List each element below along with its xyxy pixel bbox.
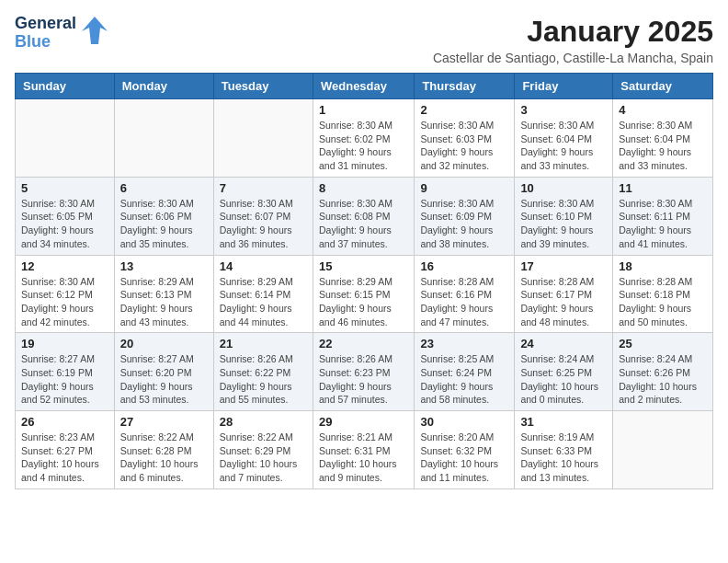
day-number: 28 [220, 415, 307, 429]
day-info: Sunrise: 8:30 AM Sunset: 6:04 PM Dayligh… [520, 119, 607, 173]
calendar-day-cell [114, 99, 213, 178]
calendar-day-cell: 15Sunrise: 8:29 AM Sunset: 6:15 PM Dayli… [313, 255, 414, 333]
calendar-week-row: 12Sunrise: 8:30 AM Sunset: 6:12 PM Dayli… [16, 255, 713, 333]
day-number: 23 [420, 337, 508, 350]
day-number: 17 [520, 259, 607, 273]
calendar-day-cell: 14Sunrise: 8:29 AM Sunset: 6:14 PM Dayli… [213, 255, 313, 333]
day-info: Sunrise: 8:30 AM Sunset: 6:03 PM Dayligh… [420, 119, 508, 173]
calendar-day-cell: 27Sunrise: 8:22 AM Sunset: 6:28 PM Dayli… [114, 411, 213, 489]
page-header: General Blue January 2025 Castellar de S… [15, 15, 713, 65]
day-info: Sunrise: 8:28 AM Sunset: 6:18 PM Dayligh… [619, 275, 707, 329]
logo-blue: Blue [15, 33, 76, 52]
calendar-day-cell: 6Sunrise: 8:30 AM Sunset: 6:06 PM Daylig… [114, 177, 213, 255]
day-number: 31 [520, 415, 607, 429]
day-number: 11 [619, 181, 707, 195]
day-number: 29 [319, 415, 408, 429]
day-of-week-header: Wednesday [313, 74, 414, 99]
day-info: Sunrise: 8:28 AM Sunset: 6:17 PM Dayligh… [520, 275, 607, 329]
day-info: Sunrise: 8:21 AM Sunset: 6:31 PM Dayligh… [319, 431, 408, 485]
day-info: Sunrise: 8:24 AM Sunset: 6:25 PM Dayligh… [520, 352, 607, 407]
day-info: Sunrise: 8:22 AM Sunset: 6:29 PM Dayligh… [220, 431, 307, 485]
day-number: 1 [319, 103, 408, 117]
day-number: 8 [319, 181, 408, 195]
calendar-day-cell: 1Sunrise: 8:30 AM Sunset: 6:02 PM Daylig… [313, 99, 414, 178]
day-info: Sunrise: 8:20 AM Sunset: 6:32 PM Dayligh… [420, 431, 508, 485]
day-info: Sunrise: 8:30 AM Sunset: 6:06 PM Dayligh… [120, 197, 208, 251]
day-of-week-header: Sunday [16, 74, 115, 99]
day-of-week-header: Friday [515, 74, 613, 99]
calendar-day-cell: 4Sunrise: 8:30 AM Sunset: 6:04 PM Daylig… [613, 99, 713, 178]
calendar-day-cell: 20Sunrise: 8:27 AM Sunset: 6:20 PM Dayli… [114, 333, 213, 411]
calendar-day-cell: 8Sunrise: 8:30 AM Sunset: 6:08 PM Daylig… [313, 177, 414, 255]
calendar-week-row: 26Sunrise: 8:23 AM Sunset: 6:27 PM Dayli… [16, 411, 713, 489]
calendar-day-cell: 2Sunrise: 8:30 AM Sunset: 6:03 PM Daylig… [415, 99, 515, 178]
day-info: Sunrise: 8:29 AM Sunset: 6:14 PM Dayligh… [220, 275, 307, 329]
calendar-day-cell: 22Sunrise: 8:26 AM Sunset: 6:23 PM Dayli… [313, 333, 414, 411]
day-number: 24 [520, 337, 607, 350]
day-number: 4 [619, 103, 707, 117]
day-number: 10 [520, 181, 607, 195]
day-info: Sunrise: 8:24 AM Sunset: 6:26 PM Dayligh… [619, 352, 707, 407]
calendar-day-cell: 18Sunrise: 8:28 AM Sunset: 6:18 PM Dayli… [613, 255, 713, 333]
calendar-day-cell: 19Sunrise: 8:27 AM Sunset: 6:19 PM Dayli… [16, 333, 115, 411]
day-info: Sunrise: 8:30 AM Sunset: 6:02 PM Dayligh… [319, 119, 408, 173]
day-number: 16 [420, 259, 508, 273]
day-number: 9 [420, 181, 508, 195]
calendar-week-row: 5Sunrise: 8:30 AM Sunset: 6:05 PM Daylig… [16, 177, 713, 255]
day-info: Sunrise: 8:26 AM Sunset: 6:22 PM Dayligh… [220, 352, 307, 407]
day-info: Sunrise: 8:28 AM Sunset: 6:16 PM Dayligh… [420, 275, 508, 329]
day-info: Sunrise: 8:29 AM Sunset: 6:13 PM Dayligh… [120, 275, 208, 329]
day-info: Sunrise: 8:27 AM Sunset: 6:20 PM Dayligh… [120, 352, 208, 407]
calendar-day-cell: 10Sunrise: 8:30 AM Sunset: 6:10 PM Dayli… [515, 177, 613, 255]
calendar-day-cell: 11Sunrise: 8:30 AM Sunset: 6:11 PM Dayli… [613, 177, 713, 255]
calendar-day-cell [16, 99, 115, 178]
day-info: Sunrise: 8:23 AM Sunset: 6:27 PM Dayligh… [21, 431, 108, 485]
calendar-day-cell: 7Sunrise: 8:30 AM Sunset: 6:07 PM Daylig… [213, 177, 313, 255]
day-of-week-header: Thursday [415, 74, 515, 99]
calendar-day-cell: 12Sunrise: 8:30 AM Sunset: 6:12 PM Dayli… [16, 255, 115, 333]
calendar-day-cell: 28Sunrise: 8:22 AM Sunset: 6:29 PM Dayli… [213, 411, 313, 489]
day-number: 21 [220, 337, 307, 350]
calendar-day-cell: 21Sunrise: 8:26 AM Sunset: 6:22 PM Dayli… [213, 333, 313, 411]
calendar-day-cell: 13Sunrise: 8:29 AM Sunset: 6:13 PM Dayli… [114, 255, 213, 333]
day-info: Sunrise: 8:29 AM Sunset: 6:15 PM Dayligh… [319, 275, 408, 329]
day-number: 25 [619, 337, 707, 350]
calendar-week-row: 1Sunrise: 8:30 AM Sunset: 6:02 PM Daylig… [16, 99, 713, 178]
calendar-day-cell: 3Sunrise: 8:30 AM Sunset: 6:04 PM Daylig… [515, 99, 613, 178]
month-title: January 2025 [433, 15, 713, 49]
day-number: 15 [319, 259, 408, 273]
calendar-day-cell: 23Sunrise: 8:25 AM Sunset: 6:24 PM Dayli… [415, 333, 515, 411]
calendar-table: SundayMondayTuesdayWednesdayThursdayFrid… [15, 73, 713, 489]
calendar-day-cell: 17Sunrise: 8:28 AM Sunset: 6:17 PM Dayli… [515, 255, 613, 333]
day-info: Sunrise: 8:30 AM Sunset: 6:12 PM Dayligh… [21, 275, 108, 329]
day-number: 5 [21, 181, 108, 195]
day-info: Sunrise: 8:19 AM Sunset: 6:33 PM Dayligh… [520, 431, 607, 485]
calendar-day-cell: 31Sunrise: 8:19 AM Sunset: 6:33 PM Dayli… [515, 411, 613, 489]
day-of-week-header: Saturday [613, 74, 713, 99]
day-info: Sunrise: 8:30 AM Sunset: 6:05 PM Dayligh… [21, 197, 108, 251]
day-number: 14 [220, 259, 307, 273]
logo-general: General [15, 15, 76, 33]
location-subtitle: Castellar de Santiago, Castille-La Manch… [433, 51, 713, 65]
calendar-day-cell: 9Sunrise: 8:30 AM Sunset: 6:09 PM Daylig… [415, 177, 515, 255]
logo-bird-icon [80, 15, 109, 52]
day-number: 26 [21, 415, 108, 429]
calendar-day-cell [213, 99, 313, 178]
day-number: 22 [319, 337, 408, 350]
day-info: Sunrise: 8:30 AM Sunset: 6:11 PM Dayligh… [619, 197, 707, 251]
calendar-day-cell: 16Sunrise: 8:28 AM Sunset: 6:16 PM Dayli… [415, 255, 515, 333]
title-area: January 2025 Castellar de Santiago, Cast… [433, 15, 713, 65]
calendar-day-cell: 5Sunrise: 8:30 AM Sunset: 6:05 PM Daylig… [16, 177, 115, 255]
calendar-day-cell: 26Sunrise: 8:23 AM Sunset: 6:27 PM Dayli… [16, 411, 115, 489]
day-of-week-header: Monday [114, 74, 213, 99]
logo: General Blue [15, 15, 109, 52]
day-info: Sunrise: 8:25 AM Sunset: 6:24 PM Dayligh… [420, 352, 508, 407]
day-number: 3 [520, 103, 607, 117]
day-number: 30 [420, 415, 508, 429]
day-number: 7 [220, 181, 307, 195]
day-number: 2 [420, 103, 508, 117]
calendar-day-cell [613, 411, 713, 489]
day-info: Sunrise: 8:22 AM Sunset: 6:28 PM Dayligh… [120, 431, 208, 485]
day-number: 27 [120, 415, 208, 429]
calendar-header-row: SundayMondayTuesdayWednesdayThursdayFrid… [16, 74, 713, 99]
